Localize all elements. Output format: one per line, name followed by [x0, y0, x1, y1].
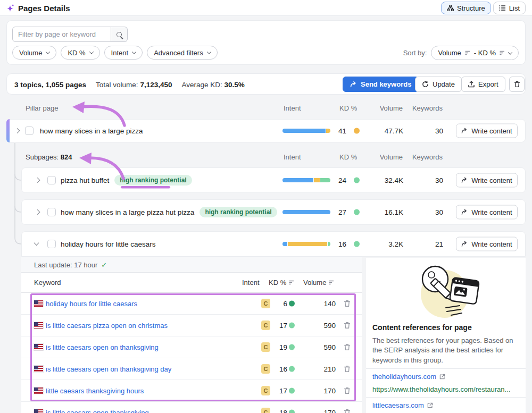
keyword-link[interactable]: is little caesars open thanksgiving — [46, 409, 149, 413]
subpage-row[interactable]: pizza hut buffet high ranking potential … — [21, 167, 526, 193]
expand-chevron-icon[interactable] — [35, 178, 40, 183]
trash-icon — [344, 409, 351, 413]
content-references-panel: Content references for page The best ref… — [366, 258, 526, 413]
delete-keyword-button[interactable] — [344, 343, 351, 351]
subpages-label: Subpages: 824 — [26, 153, 72, 161]
delete-button[interactable] — [509, 77, 525, 92]
structure-view-button[interactable]: Structure — [441, 2, 491, 14]
kd-dot — [289, 301, 295, 307]
send-keywords-button[interactable]: Send keywords — [343, 77, 419, 92]
subpages-count: 824 — [61, 153, 72, 161]
reference-link[interactable]: littlecaesars.com — [372, 401, 433, 409]
subpage-row-expanded[interactable]: holiday hours for little caesars 16 3.2K… — [21, 231, 526, 257]
intent-bar — [282, 210, 330, 214]
search-button[interactable] — [111, 27, 128, 42]
col-volume-label: Volume — [367, 104, 403, 112]
delete-keyword-button[interactable] — [344, 322, 351, 329]
list-label: List — [509, 4, 520, 12]
kd-dot — [289, 344, 295, 350]
delete-keyword-button[interactable] — [344, 387, 351, 394]
volume-filter-chip[interactable]: Volume — [12, 46, 56, 60]
volume-value: 16.1K — [368, 208, 403, 216]
collapse-chevron-icon[interactable] — [34, 240, 39, 246]
trash-icon — [344, 322, 351, 329]
kt-volume-header[interactable]: Volume — [303, 279, 334, 286]
search-input[interactable] — [12, 27, 111, 42]
keyword-link[interactable]: is little caesars pizza open on christma… — [46, 322, 168, 330]
keyword-row[interactable]: is little caesars open thanksgiving C 18… — [21, 402, 362, 413]
kd-dot — [354, 178, 360, 183]
divider — [366, 368, 526, 369]
references-description: The best references for your pages. Base… — [372, 336, 520, 365]
kd-dot — [289, 388, 295, 394]
export-icon — [468, 81, 475, 88]
pillar-checkbox[interactable] — [25, 127, 34, 135]
delete-keyword-button[interactable] — [344, 365, 351, 373]
write-content-button[interactable]: Write content — [456, 237, 518, 251]
topics-pages-count: 3 topics, 1,055 pages — [14, 81, 86, 89]
chevron-down-icon — [89, 49, 93, 54]
intent-bar — [282, 129, 330, 133]
intent-filter-chip[interactable]: Intent — [104, 46, 143, 60]
external-link-icon — [427, 402, 433, 408]
volume-value: 590 — [311, 343, 336, 351]
keyword-row[interactable]: little caesars thanksgiving hours C 17 1… — [21, 380, 362, 402]
keyword-link[interactable]: holiday hours for little caesars — [46, 300, 137, 308]
row-checkbox[interactable] — [47, 208, 56, 216]
keyword-row[interactable]: is little caesars pizza open on christma… — [21, 315, 362, 336]
list-view-button[interactable]: List — [493, 2, 526, 14]
row-checkbox[interactable] — [47, 176, 56, 184]
pillar-row[interactable]: how many slices in a large pizza 41 47.7… — [6, 119, 526, 142]
write-content-button[interactable]: Write content — [456, 173, 518, 188]
expand-chevron-icon[interactable] — [35, 209, 40, 215]
update-button[interactable]: Update — [415, 77, 462, 92]
us-flag-icon — [34, 387, 43, 394]
subpage-row[interactable]: how many slices in a large pizza hut piz… — [21, 199, 526, 225]
view-toggle: Structure List — [441, 2, 526, 14]
refresh-icon — [422, 81, 429, 88]
expand-chevron-icon[interactable] — [15, 128, 20, 133]
us-flag-icon — [34, 322, 43, 328]
trash-icon — [344, 300, 351, 307]
keywords-value: 21 — [410, 240, 443, 248]
check-icon: ✓ — [101, 261, 107, 269]
pages-details-screen: Pages Details Structure List — [0, 0, 532, 413]
lightbulb-illustration — [409, 261, 483, 323]
subpage-title: pizza hut buffet — [61, 176, 109, 184]
sort-lines-icon — [500, 50, 505, 55]
keywords-value: 30 — [410, 208, 443, 216]
keyword-link[interactable]: little caesars thanksgiving hours — [46, 387, 144, 395]
last-update-bar: Last update: 17 hour ✓ — [21, 257, 362, 273]
delete-keyword-button[interactable] — [344, 409, 351, 413]
keyword-row[interactable]: is little caesars open on thanksgiving C… — [21, 336, 362, 358]
kd-dot — [354, 128, 360, 134]
pillar-title: how many slices in a large pizza — [40, 127, 143, 135]
volume-value: 3.2K — [368, 240, 403, 248]
row-checkbox[interactable] — [47, 240, 56, 248]
keyword-row[interactable]: holiday hours for little caesars C 6 140 — [21, 293, 362, 315]
sort-dropdown[interactable]: Volume - KD % — [431, 46, 519, 60]
search-icon — [117, 32, 122, 37]
page-title-text: Pages Details — [18, 4, 70, 13]
write-content-button[interactable]: Write content — [456, 205, 518, 220]
keyword-row[interactable]: is little caesars open on thanksgiving d… — [21, 358, 362, 380]
reference-url[interactable]: https://www.theholidayhours.com/restaura… — [372, 385, 522, 393]
keyword-link[interactable]: is little caesars open on thanksgiving — [46, 343, 159, 351]
kd-filter-chip[interactable]: KD % — [61, 46, 99, 60]
advanced-filters-chip[interactable]: Advanced filters — [147, 46, 218, 60]
write-content-button[interactable]: Write content — [456, 124, 518, 138]
references-title: Content references for page — [372, 323, 472, 332]
share-arrow-icon — [461, 241, 468, 247]
high-ranking-badge: high ranking potential — [114, 175, 192, 186]
volume-value: 210 — [311, 365, 336, 373]
chevron-down-icon — [508, 50, 512, 54]
chevron-down-icon — [132, 49, 136, 54]
volume-value: 32.4K — [368, 176, 403, 184]
tree-connector-lines — [15, 143, 21, 244]
delete-keyword-button[interactable] — [344, 300, 351, 307]
reference-link[interactable]: theholidayhours.com — [372, 373, 445, 381]
kt-kd-header[interactable]: KD % — [269, 279, 294, 286]
export-button[interactable]: Export — [461, 77, 505, 92]
keyword-link[interactable]: is little caesars open on thanksgiving d… — [46, 365, 171, 373]
col-kd-label: KD % — [339, 153, 357, 161]
